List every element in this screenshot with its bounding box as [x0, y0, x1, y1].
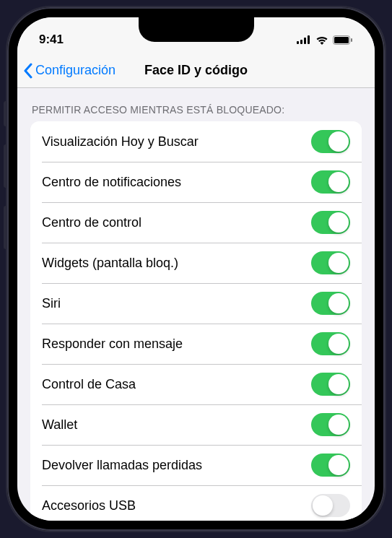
notch [139, 17, 254, 42]
settings-row: Control de Casa [30, 364, 362, 404]
settings-row-label: Wallet [42, 417, 77, 433]
settings-row: Centro de control [30, 202, 362, 243]
settings-row: Siri [30, 283, 362, 324]
content-area[interactable]: PERMITIR ACCESO MIENTRAS ESTÁ BLOQUEADO:… [17, 88, 375, 521]
toggle-thumb [328, 293, 349, 313]
settings-toggle[interactable] [311, 170, 350, 194]
wifi-icon [315, 35, 328, 45]
section-header: PERMITIR ACCESO MIENTRAS ESTÁ BLOQUEADO: [17, 88, 375, 121]
svg-rect-6 [351, 38, 352, 42]
back-button[interactable]: Configuración [23, 63, 116, 79]
settings-row-label: Control de Casa [42, 377, 136, 392]
svg-rect-1 [300, 40, 302, 44]
settings-row-label: Responder con mensaje [42, 337, 183, 352]
settings-row: Centro de notificaciones [30, 162, 362, 202]
settings-row-label: Visualización Hoy y Buscar [42, 134, 199, 149]
settings-row: Accesorios USB [30, 485, 362, 521]
battery-icon [333, 35, 353, 45]
back-label: Configuración [35, 63, 116, 78]
toggle-thumb [328, 172, 349, 192]
settings-toggle[interactable] [311, 292, 350, 315]
hardware-buttons [4, 101, 7, 267]
toggle-thumb [328, 415, 349, 435]
toggle-thumb [328, 253, 349, 273]
settings-row-label: Widgets (pantalla bloq.) [42, 256, 178, 271]
status-time: 9:41 [39, 32, 64, 47]
settings-row-label: Centro de notificaciones [42, 175, 181, 190]
settings-list: Visualización Hoy y BuscarCentro de noti… [30, 121, 362, 521]
svg-rect-0 [297, 41, 299, 44]
svg-rect-5 [334, 37, 349, 43]
settings-row-label: Devolver llamadas perdidas [42, 458, 202, 473]
settings-toggle[interactable] [311, 454, 350, 477]
toggle-thumb [328, 374, 349, 394]
settings-row-label: Siri [42, 296, 61, 311]
toggle-thumb [313, 495, 333, 516]
chevron-back-icon [23, 63, 32, 79]
settings-row: Devolver llamadas perdidas [30, 445, 362, 485]
phone-frame: 9:41 [7, 7, 385, 531]
cellular-icon [297, 35, 311, 44]
toggle-thumb [328, 455, 349, 475]
toggle-thumb [328, 334, 349, 354]
settings-toggle[interactable] [311, 332, 350, 355]
settings-toggle[interactable] [311, 413, 350, 436]
toggle-thumb [328, 131, 349, 152]
screen: 9:41 [17, 17, 375, 521]
toggle-thumb [328, 212, 349, 233]
settings-toggle[interactable] [311, 130, 350, 153]
settings-row-label: Accesorios USB [42, 498, 136, 513]
settings-row: Widgets (pantalla bloq.) [30, 243, 362, 283]
settings-toggle[interactable] [311, 251, 350, 274]
settings-row-label: Centro de control [42, 215, 141, 230]
settings-row: Responder con mensaje [30, 324, 362, 364]
settings-row: Visualización Hoy y Buscar [30, 121, 362, 162]
settings-toggle[interactable] [311, 211, 350, 234]
svg-rect-3 [308, 35, 310, 44]
svg-rect-2 [304, 38, 306, 44]
settings-toggle[interactable] [311, 494, 350, 517]
nav-bar: Configuración Face ID y código [17, 53, 375, 88]
settings-row: Wallet [30, 404, 362, 445]
settings-toggle[interactable] [311, 373, 350, 396]
status-icons [297, 35, 353, 45]
